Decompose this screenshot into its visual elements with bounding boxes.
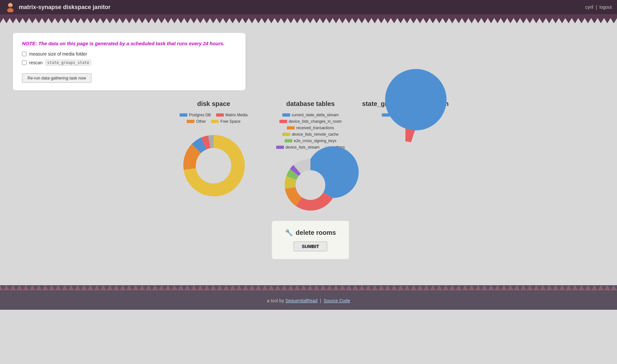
page-footer: a tool by SequentialRead | Source Code (0, 292, 617, 310)
sg-donut-hole (388, 141, 423, 177)
db-tables-donut (278, 153, 343, 217)
submit-button[interactable]: SUMBIT (294, 242, 327, 251)
checkbox-media-label: measure size of media folder (29, 51, 87, 57)
rerun-button[interactable]: Re-run data gathering task now (22, 73, 91, 83)
notice-box: NOTE: The data on this page is generated… (13, 33, 246, 90)
legend-label-dlrc: device_lists_remote_cache (292, 132, 339, 137)
legend-item-media: Matrix Media (216, 113, 248, 117)
app-header: matrix-synapse diskspace janitor cyril |… (0, 0, 617, 14)
db-tables-chart-container: database tables current_state_delta_stre… (272, 100, 349, 259)
legend-label-dls: device_lists_stream (286, 145, 319, 150)
legend-item-free: Free Space (211, 119, 240, 124)
legend-item-e2e: e2e_cross_signing_keys (285, 139, 336, 143)
legend-color-dls (276, 146, 284, 149)
header-user-area: cyril | logout (585, 5, 612, 10)
code-badge: state_groups_state (45, 60, 91, 66)
legend-item-dls: device_lists_stream (276, 145, 319, 150)
legend-color-free (211, 120, 219, 123)
notice-text: NOTE: The data on this page is generated… (22, 41, 236, 46)
state-groups-chart-container: state_groups_state by room Others Others (362, 100, 449, 198)
footer-zigzag-top (0, 285, 617, 290)
legend-label-dlcir: device_lists_changes_in_room (289, 119, 342, 124)
checkbox-row-rescan: rescan state_groups_state (22, 60, 236, 66)
disk-space-chart-container: disk space Postgres DB Matrix Media Othe… (168, 100, 259, 204)
legend-color-rt (287, 126, 295, 130)
sequential-read-link[interactable]: SequentialRead (285, 298, 318, 303)
checkbox-media[interactable] (22, 52, 26, 56)
legend-color-media (216, 113, 224, 117)
legend-label-postgres: Postgres DB (189, 113, 211, 117)
legend-item-cds: current_state_delta_stream (282, 113, 339, 117)
app-title: matrix-synapse diskspace janitor (19, 4, 110, 11)
logout-link[interactable]: logout (600, 5, 612, 10)
legend-color-dlcir (279, 120, 287, 123)
legend-color-e2e (285, 139, 292, 142)
delete-rooms-title: 🔧 delete rooms (285, 229, 336, 236)
donut-hole (196, 148, 231, 183)
legend-color-dlrc (282, 133, 290, 136)
source-code-link[interactable]: Source Code (324, 298, 350, 303)
legend-item-rt: received_transactions (287, 126, 334, 130)
legend-label-media: Matrix Media (225, 113, 248, 117)
checkbox-rescan[interactable] (22, 60, 26, 65)
legend-item-other: Other (187, 119, 206, 124)
delete-rooms-icon: 🔧 (285, 229, 293, 236)
legend-color-other (187, 120, 194, 123)
top-zigzag-decoration (0, 18, 617, 23)
main-content: NOTE: The data on this page is generated… (0, 23, 617, 279)
footer-text-prefix: a tool by (267, 298, 285, 303)
legend-label-other: Other (196, 119, 206, 124)
disk-space-legend: Postgres DB Matrix Media Other Free Spac… (168, 113, 259, 124)
svg-point-5 (11, 5, 12, 5)
footer-separator: | (320, 298, 321, 303)
legend-color-sg-others-blue (382, 113, 390, 117)
legend-label-cds: current_state_delta_stream (292, 113, 339, 117)
state-groups-donut (367, 120, 444, 198)
checkbox-row-media: measure size of media folder (22, 51, 236, 57)
disk-space-title: disk space (197, 100, 230, 108)
legend-color-cds (282, 113, 290, 117)
delete-rooms-card: 🔧 delete rooms SUMBIT (272, 221, 349, 259)
db-tables-legend: current_state_delta_stream device_lists_… (275, 113, 346, 150)
legend-item-postgres: Postgres DB (180, 113, 211, 117)
legend-item-dlrc: device_lists_remote_cache (282, 132, 339, 137)
header-left: matrix-synapse diskspace janitor (5, 2, 110, 12)
legend-color-postgres (180, 113, 187, 117)
username: cyril (585, 5, 593, 10)
disk-space-donut (175, 127, 252, 204)
legend-item-dlcir: device_lists_changes_in_room (279, 119, 342, 124)
db-donut-hole (296, 170, 325, 200)
delete-rooms-label: delete rooms (296, 229, 336, 236)
db-tables-title: database tables (286, 100, 335, 108)
svg-point-4 (9, 5, 10, 5)
svg-point-1 (7, 8, 14, 12)
legend-label-rt: received_transactions (296, 126, 334, 130)
app-logo (5, 2, 16, 12)
legend-label-e2e: e2e_cross_signing_keys (294, 139, 336, 143)
legend-label-free: Free Space (220, 119, 240, 124)
charts-section: disk space Postgres DB Matrix Media Othe… (13, 100, 604, 259)
checkbox-rescan-label: rescan (29, 60, 43, 65)
